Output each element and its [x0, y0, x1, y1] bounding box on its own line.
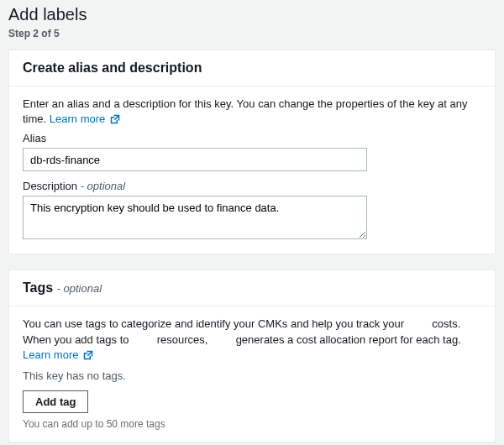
alias-learn-more-text: Learn more	[50, 113, 105, 125]
tags-intro-3: resources,	[154, 333, 211, 346]
alias-panel-header: Create alias and description	[9, 50, 495, 86]
redacted-text	[407, 317, 429, 327]
tags-learn-more-link[interactable]: Learn more	[23, 348, 93, 361]
tags-panel-header: Tags - optional	[9, 270, 495, 306]
alias-label: Alias	[23, 132, 481, 144]
tags-panel-body: You can use tags to categorize and ident…	[9, 306, 495, 442]
description-input[interactable]	[23, 196, 367, 239]
description-label-text: Description	[23, 180, 77, 192]
alias-intro: Enter an alias and a description for thi…	[23, 97, 481, 127]
page-title: Add labels	[8, 5, 496, 24]
redacted-text	[132, 333, 154, 343]
tag-limit-text: You can add up to 50 more tags	[23, 418, 481, 430]
alias-learn-more-link[interactable]: Learn more	[50, 113, 120, 125]
tags-heading-optional: - optional	[57, 282, 102, 295]
step-indicator: Step 2 of 5	[8, 28, 496, 39]
tags-intro-1: You can use tags to categorize and ident…	[23, 317, 407, 330]
add-tag-button[interactable]: Add tag	[23, 390, 88, 413]
tags-learn-more-text: Learn more	[23, 348, 78, 361]
external-link-icon	[110, 114, 120, 124]
tags-heading-text: Tags	[23, 280, 53, 295]
no-tags-text: This key has no tags.	[23, 369, 481, 382]
tags-intro: You can use tags to categorize and ident…	[23, 317, 481, 363]
description-optional: - optional	[81, 180, 125, 192]
alias-panel: Create alias and description Enter an al…	[8, 50, 496, 254]
alias-input[interactable]	[23, 148, 367, 171]
alias-panel-heading: Create alias and description	[23, 60, 481, 76]
tags-panel: Tags - optional You can use tags to cate…	[8, 270, 496, 442]
tags-panel-heading: Tags - optional	[23, 280, 481, 296]
alias-panel-body: Enter an alias and a description for thi…	[9, 86, 495, 254]
tags-intro-4: generates a cost allocation report for e…	[233, 333, 461, 346]
external-link-icon	[83, 350, 93, 360]
redacted-text	[211, 333, 233, 343]
description-label: Description - optional	[23, 180, 481, 192]
